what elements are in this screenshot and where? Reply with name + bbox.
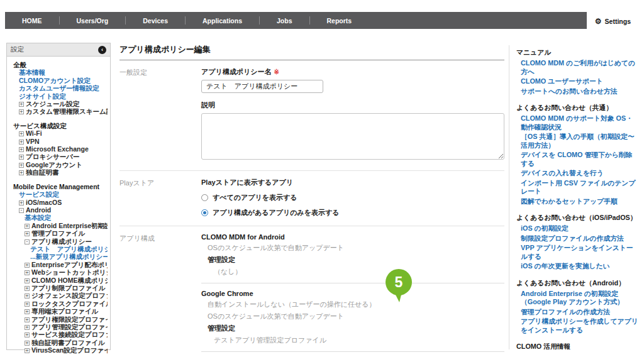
expand-node-icon[interactable]: +	[25, 278, 30, 283]
tree-node-label[interactable]: 専用端末プロファイル	[31, 307, 98, 315]
expand-node-icon[interactable]: +	[25, 325, 30, 330]
expand-node-icon[interactable]: +	[25, 293, 30, 299]
tree-node-label[interactable]: Webショートカットポリシー	[31, 268, 108, 276]
tree-node-label[interactable]: 独自証明書プロファイル	[31, 339, 105, 346]
tree-link-label[interactable]: ...新規アプリ構成ポリシーを...	[30, 253, 108, 260]
playstore-option-label: すべてのアプリを表示する	[213, 193, 297, 202]
policy-name-input[interactable]	[201, 80, 323, 93]
expand-node-icon[interactable]: +	[25, 263, 30, 268]
tree-node-label[interactable]: サービス接続設定プロファイル	[31, 331, 108, 338]
playstore-option[interactable]: アプリ構成があるアプリのみを表示する	[201, 208, 504, 217]
divider	[201, 283, 504, 283]
tree-node-label[interactable]: Googleアカウント	[26, 161, 82, 168]
help-link[interactable]: CLOMO ユーザーサポート	[516, 77, 639, 86]
tree-node-label[interactable]: Enterpriseアプリ配布ポリシー	[31, 261, 108, 268]
expand-node-icon[interactable]: +	[25, 317, 30, 322]
expand-node-icon[interactable]: +	[25, 332, 30, 337]
help-link[interactable]: 図解でわかるセットアップ手順	[516, 197, 639, 206]
expand-node-icon[interactable]: +	[19, 140, 24, 145]
expand-node-icon[interactable]: +	[19, 131, 24, 136]
help-link[interactable]: サポートへのお問い合わせ方法	[516, 87, 639, 96]
tree-item: +カスタム管理権限スキーム設定	[9, 107, 108, 115]
help-link[interactable]: アプリ構成ポリシーを作成してアプリをインストールする	[516, 317, 639, 334]
radio-selected-icon[interactable]	[201, 209, 208, 216]
help-link[interactable]: Android Enterprise の初期設定（Google Play アカウ…	[516, 290, 639, 307]
tree-link-label[interactable]: 基本情報	[19, 69, 45, 76]
tree-node-label[interactable]: VirusScan設定プロファイル	[31, 346, 108, 354]
help-link[interactable]: デバイスの入れ替えを行う	[516, 169, 639, 178]
tree-node-label[interactable]: カスタム管理権限スキーム設定	[26, 107, 108, 115]
section-appconfig-label: アプリ構成	[119, 233, 201, 362]
tree-link-label[interactable]: テスト アプリ構成ポリシー	[30, 245, 108, 253]
collapse-sidebar-icon[interactable]: ‹	[98, 46, 106, 54]
tree-node-label[interactable]: ジオフェンス設定プロファイル	[31, 292, 108, 299]
tree-node-label[interactable]: iOS/macOS	[26, 199, 62, 206]
tree-item: 基本情報	[9, 69, 108, 76]
nav-item-reports[interactable]: Reports	[310, 17, 369, 25]
tree-node-label[interactable]: Microsoft Exchange	[26, 145, 89, 153]
nav-item-jobs[interactable]: Jobs	[260, 17, 309, 25]
expand-node-icon[interactable]: +	[19, 200, 24, 206]
expand-node-icon[interactable]: +	[19, 109, 24, 114]
playstore-option[interactable]: すべてのアプリを表示する	[201, 193, 504, 202]
tree-item: +独自証明書プロファイル	[9, 339, 108, 346]
expand-node-icon[interactable]: +	[25, 224, 30, 229]
nav-item-devices[interactable]: Devices	[126, 17, 185, 25]
tree-node-label[interactable]: 独自証明書	[26, 168, 59, 176]
help-link[interactable]: VPP アプリケーションをインストールする	[516, 244, 639, 261]
tree-section-header: Mobile Device Management	[13, 183, 99, 190]
expand-node-icon[interactable]: +	[25, 302, 30, 307]
tree-item: +独自証明書	[9, 168, 108, 176]
help-link[interactable]: デバイスを CLOMO 管理下から削除する	[516, 151, 639, 168]
collapse-node-icon[interactable]: -	[19, 208, 24, 213]
tree-node-label[interactable]: Wi-Fi	[26, 129, 42, 137]
expand-node-icon[interactable]: +	[19, 170, 24, 175]
expand-node-icon[interactable]: +	[25, 348, 30, 353]
nav-item-users-org[interactable]: Users/Org	[60, 17, 126, 25]
tab-settings[interactable]: ⚙ Settings	[587, 12, 639, 30]
tree-node-label[interactable]: プロキシサーバー	[26, 153, 79, 160]
expand-node-icon[interactable]: +	[25, 309, 30, 314]
tree-node-label[interactable]: VPN	[26, 138, 40, 145]
app-name: CLOMO MDM for Android	[201, 233, 504, 241]
expand-node-icon[interactable]: +	[25, 286, 30, 291]
expand-node-icon[interactable]: +	[19, 102, 24, 107]
tree-node-label[interactable]: アプリ構成ポリシー	[31, 238, 92, 245]
expand-node-icon[interactable]: +	[25, 231, 30, 236]
radio-unselected-icon[interactable]	[201, 194, 208, 201]
tree-node-label[interactable]: Android Enterprise初期設定...	[31, 222, 108, 229]
collapse-node-icon[interactable]: -	[25, 239, 30, 244]
tree-node-label[interactable]: アプリ管理設定プロファイル	[31, 323, 108, 331]
help-link[interactable]: 管理プロファイルの作成方法	[516, 308, 639, 317]
expand-node-icon[interactable]: +	[25, 341, 30, 346]
tree-link-label[interactable]: サービス設定	[19, 190, 59, 198]
tree-node-label[interactable]: アプリ権限設定プロファイル	[31, 315, 108, 323]
nav-item-applications[interactable]: Applications	[186, 17, 259, 25]
tree-node-label[interactable]: アプリ制限プロファイル	[31, 284, 106, 292]
expand-node-icon[interactable]: +	[25, 270, 30, 275]
tree-link-label[interactable]: CLOMOアカウント設定	[19, 77, 91, 84]
tree-node-label[interactable]: CLOMO HOME構成ポリシー	[31, 277, 108, 284]
help-link[interactable]: CLOMO MDM のご利用がはじめての方へ	[516, 59, 639, 76]
nav-item-home[interactable]: HOME	[5, 17, 59, 25]
expand-node-icon[interactable]: +	[19, 155, 24, 160]
description-textarea[interactable]	[201, 113, 504, 160]
tree-link-label[interactable]: 基本設定	[25, 214, 51, 221]
help-link[interactable]: iOS の初期設定	[516, 224, 639, 233]
tree-node-label[interactable]: 管理プロファイル	[31, 229, 85, 237]
tree-node-label[interactable]: ロックタスクプロファイル	[31, 300, 108, 307]
tree-node-label[interactable]: スケジュール設定	[26, 100, 79, 107]
expand-node-icon[interactable]: +	[19, 147, 24, 152]
tree-node-label[interactable]: Android	[26, 206, 51, 214]
tree-section-header: サービス構成設定	[13, 122, 67, 129]
tree-link-label[interactable]: カスタムユーザー情報設定	[19, 84, 99, 92]
tree-link-label[interactable]: ジオサイト設定	[19, 92, 66, 100]
policy-name-label: アプリ構成ポリシー名※	[201, 67, 504, 77]
help-link[interactable]: ［OS 共通］導入の手順（初期設定〜活用方法）	[516, 133, 639, 150]
expand-node-icon[interactable]: +	[19, 163, 24, 168]
help-link[interactable]: インポート用 CSV ファイルのテンプレート	[516, 179, 639, 196]
help-link[interactable]: iOS の年次更新を実施したい	[516, 262, 639, 271]
help-link[interactable]: 制限設定プロファイルの作成方法	[516, 234, 639, 243]
tree-item: サービス構成設定	[9, 122, 108, 129]
help-link[interactable]: CLOMO MDM のサポート対象 OS・動作確認状況	[516, 114, 639, 131]
